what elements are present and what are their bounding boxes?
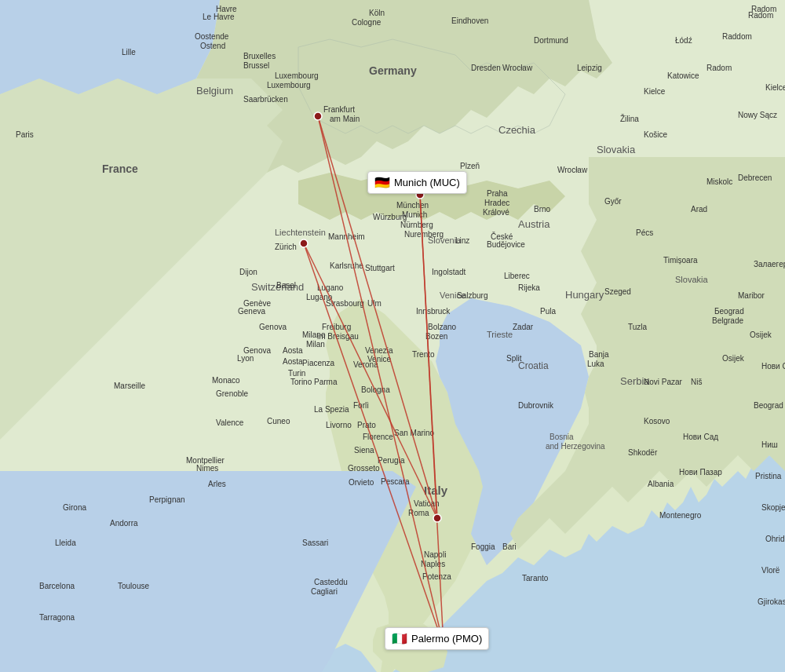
svg-text:Trento: Trento [412,350,435,359]
svg-text:Ulm: Ulm [367,299,382,308]
svg-text:Vlorë: Vlorë [761,566,780,575]
svg-text:Freiburg: Freiburg [322,323,351,331]
svg-text:Parma: Parma [314,378,338,386]
svg-text:Geneva: Geneva [238,307,265,316]
svg-text:Banja: Banja [589,350,609,359]
svg-text:Girona: Girona [63,503,86,512]
svg-text:Kosovo: Kosovo [644,417,670,425]
svg-text:Нови Пазар: Нови Пазар [679,468,722,477]
svg-text:Arles: Arles [208,480,226,488]
svg-text:Sassari: Sassari [302,539,328,547]
svg-text:am Main: am Main [330,115,360,123]
svg-text:Bolzano: Bolzano [428,323,457,331]
map-container: Belgium Germany France Switzerland Austr… [0,0,785,672]
svg-text:Dortmund: Dortmund [534,36,568,45]
svg-text:Radom: Radom [751,5,776,13]
svg-text:Toulouse: Toulouse [118,582,149,590]
svg-text:Raddom: Raddom [722,32,752,41]
svg-text:Saarbrücken: Saarbrücken [243,95,288,104]
svg-text:Aosta: Aosta [283,357,303,366]
svg-text:Piacenza: Piacenza [302,359,335,367]
svg-text:Nuremberg: Nuremberg [404,230,444,239]
svg-text:Maribor: Maribor [738,291,765,300]
svg-text:Dijon: Dijon [239,268,257,276]
svg-text:Germany: Germany [369,64,417,77]
svg-text:Monaco: Monaco [212,376,240,385]
svg-text:Wrocław: Wrocław [557,166,588,174]
svg-text:Nimes: Nimes [196,464,218,473]
svg-text:Gjirokastra: Gjirokastra [758,597,785,606]
svg-text:Innsbruck: Innsbruck [416,307,451,316]
svg-text:Perpignan: Perpignan [149,495,185,504]
svg-text:Liechtenstein: Liechtenstein [275,228,326,237]
svg-text:Czechia: Czechia [498,124,536,136]
svg-text:Frankfurt: Frankfurt [323,105,355,114]
svg-text:Debrecen: Debrecen [738,173,772,182]
svg-text:Pescara: Pescara [381,477,410,486]
svg-text:Pristina: Pristina [755,472,782,480]
svg-text:Leipzig: Leipzig [577,64,602,72]
svg-text:Austria: Austria [518,218,550,230]
svg-text:Orvieto: Orvieto [349,478,374,487]
svg-text:Kielce: Kielce [644,87,666,96]
svg-text:im Breisgau: im Breisgau [317,332,359,341]
svg-text:Győr: Győr [604,197,622,206]
svg-text:Lyon: Lyon [237,354,254,363]
svg-text:Venezia: Venezia [365,346,393,355]
svg-text:Köln: Köln [369,9,385,17]
svg-text:Zürich: Zürich [275,243,297,251]
svg-text:Katowice: Katowice [667,71,699,80]
svg-text:Italy: Italy [424,484,448,497]
svg-text:Basel: Basel [276,281,296,290]
svg-text:Milan: Milan [306,340,325,349]
svg-text:München: München [396,201,429,210]
svg-text:Bozen: Bozen [425,332,447,341]
svg-text:Tuzla: Tuzla [628,323,648,331]
svg-text:Aosta: Aosta [283,346,303,355]
svg-text:Roma: Roma [408,509,429,517]
svg-text:Tarragona: Tarragona [39,613,75,622]
svg-text:Salzburg: Salzburg [457,291,487,300]
svg-text:Napoli: Napoli [424,550,446,559]
svg-text:Turin: Turin [288,369,305,378]
svg-text:La Spezia: La Spezia [314,405,349,414]
svg-text:Casteddu: Casteddu [314,578,348,586]
svg-text:Karlsruhe: Karlsruhe [330,261,363,270]
svg-text:Lugano: Lugano [317,283,344,292]
svg-text:and Herzegovina: and Herzegovina [546,442,605,451]
svg-text:Szeged: Szeged [604,287,631,296]
svg-text:Bari: Bari [502,542,517,551]
svg-text:Liberec: Liberec [504,272,530,280]
svg-text:Albania: Albania [648,480,674,488]
svg-text:Pécs: Pécs [636,228,653,237]
svg-text:Strasbourg: Strasbourg [326,299,364,308]
svg-text:Žilina: Žilina [620,114,639,123]
svg-text:Beograd: Beograd [754,401,783,410]
svg-text:Stuttgart: Stuttgart [365,264,395,272]
svg-text:Zadar: Zadar [513,323,534,331]
svg-text:Timișoara: Timișoara [663,256,698,265]
svg-text:Venice: Venice [367,355,391,363]
svg-text:Florence: Florence [363,433,393,441]
svg-text:Trieste: Trieste [487,330,513,339]
svg-text:Ostend: Ostend [200,42,225,50]
svg-text:San Marino: San Marino [394,429,435,437]
svg-text:Lille: Lille [122,48,136,57]
svg-text:Torino: Torino [290,378,312,386]
svg-text:Pula: Pula [540,307,556,316]
svg-text:Bruxelles: Bruxelles [243,52,276,60]
svg-text:Зaлaeгeрcзeг: Зaлaeгeрcзeг [754,260,785,268]
svg-text:Slovakia: Slovakia [675,275,708,284]
svg-text:Praha: Praha [487,189,508,198]
svg-text:Grenoble: Grenoble [216,389,249,398]
svg-text:Cuneo: Cuneo [267,417,290,425]
svg-text:Łódź: Łódź [675,36,692,45]
svg-text:Wrocław: Wrocław [502,64,533,72]
svg-text:Hungary: Hungary [565,289,604,301]
svg-text:Le Havre: Le Havre [203,13,235,21]
svg-text:Potenza: Potenza [422,572,451,581]
svg-text:Králové: Králové [483,208,509,217]
svg-text:Ingolstadt: Ingolstadt [432,268,466,276]
svg-text:Grosseto: Grosseto [348,464,380,473]
svg-text:Nowy Sącz: Nowy Sącz [738,111,777,119]
